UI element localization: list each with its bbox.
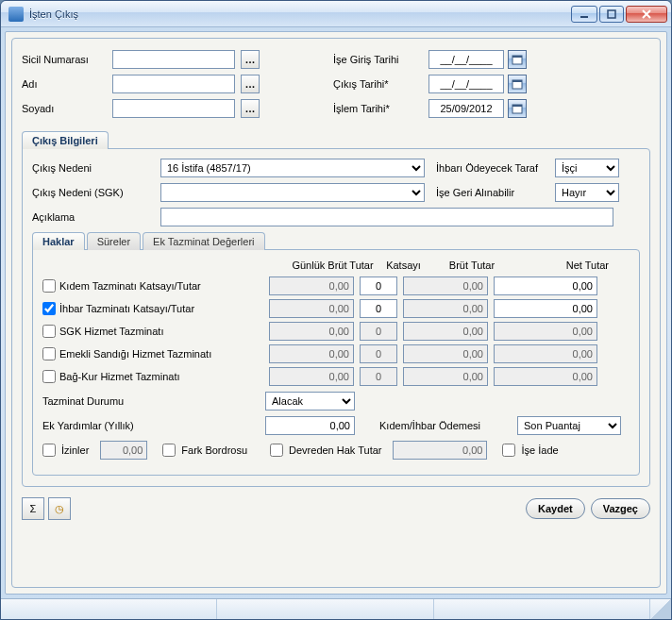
cikis-tarihi-date[interactable] bbox=[428, 75, 504, 93]
islem-tarihi-picker-button[interactable] bbox=[508, 99, 527, 118]
devreden-input[interactable] bbox=[393, 441, 487, 460]
soyadi-input[interactable] bbox=[112, 99, 235, 118]
net-input[interactable] bbox=[494, 344, 597, 363]
soyadi-lookup-button[interactable]: … bbox=[241, 99, 260, 118]
sigma-button[interactable]: Σ bbox=[22, 497, 44, 520]
main-panel: Sicil Numarası … Adı … Soyadı … bbox=[11, 38, 661, 588]
tab-sureler[interactable]: Süreler bbox=[87, 232, 141, 250]
cikis-nedeni-sgk-label: Çıkış Nedeni (SGK) bbox=[32, 187, 155, 198]
tazminat-row: Emekli Sandığı Hizmet Tazminatı bbox=[42, 344, 630, 363]
svg-rect-3 bbox=[512, 56, 522, 58]
timer-button[interactable]: ◷ bbox=[48, 497, 71, 520]
calendar-icon bbox=[512, 78, 523, 90]
gunluk-input[interactable] bbox=[269, 299, 354, 318]
status-bar bbox=[1, 598, 671, 619]
ise-iade-label: İşe İade bbox=[521, 444, 558, 456]
sigma-icon: Σ bbox=[30, 503, 37, 514]
ihbari-select[interactable]: İşçi bbox=[555, 159, 619, 177]
cikis-nedeni-label: Çıkış Nedeni bbox=[32, 162, 155, 174]
net-input[interactable] bbox=[494, 299, 597, 318]
izinler-input[interactable] bbox=[100, 441, 147, 460]
aciklama-label: Açıklama bbox=[32, 211, 155, 223]
row-label: İhbar Tazminatı Katsayı/Tutar bbox=[59, 303, 194, 314]
calendar-icon bbox=[512, 54, 523, 65]
katsayi-input[interactable] bbox=[360, 344, 397, 363]
izinler-label: İzinler bbox=[61, 444, 89, 456]
soyadi-label: Soyadı bbox=[22, 103, 107, 114]
cikis-nedeni-select[interactable]: 16 İstifa (4857/17) bbox=[160, 159, 425, 177]
row-label: Kıdem Tazminatı Katsayı/Tutar bbox=[59, 280, 201, 292]
net-input[interactable] bbox=[494, 367, 597, 386]
adi-input[interactable] bbox=[112, 75, 235, 93]
katsayi-input[interactable] bbox=[360, 322, 397, 341]
fark-bordrosu-label: Fark Bordrosu bbox=[181, 444, 247, 456]
ihbari-label: İhbarı Ödeyecek Taraf bbox=[436, 162, 549, 174]
aciklama-input[interactable] bbox=[160, 208, 613, 226]
brut-input[interactable] bbox=[403, 322, 488, 341]
tab-haklar-pane: Günlük Brüt Tutar Katsayı Brüt Tutar Net… bbox=[32, 249, 640, 476]
brut-input[interactable] bbox=[403, 299, 488, 318]
devreden-checkbox[interactable] bbox=[270, 444, 283, 457]
sicil-label: Sicil Numarası bbox=[22, 54, 107, 65]
ise-geri-label: İşe Geri Alınabilir bbox=[436, 187, 549, 198]
row-label: Emekli Sandığı Hizmet Tazminatı bbox=[59, 348, 211, 360]
tab-cikis-bilgileri-pane: Çıkış Nedeni 16 İstifa (4857/17) İhbarı … bbox=[22, 148, 650, 487]
row-checkbox[interactable] bbox=[42, 370, 56, 383]
tazminat-row: Kıdem Tazminatı Katsayı/Tutar bbox=[42, 276, 630, 295]
tazminat-row: Bağ-Kur Hizmet Tazminatı bbox=[42, 367, 630, 386]
ise-iade-checkbox[interactable] bbox=[502, 444, 515, 457]
fark-bordrosu-checkbox[interactable] bbox=[162, 444, 176, 457]
katsayi-input[interactable] bbox=[360, 367, 397, 386]
net-input[interactable] bbox=[494, 276, 597, 295]
tazminat-durumu-select[interactable]: Alacak bbox=[265, 392, 355, 411]
gunluk-input[interactable] bbox=[269, 322, 354, 341]
kaydet-button[interactable]: Kaydet bbox=[526, 498, 585, 519]
row-checkbox[interactable] bbox=[42, 347, 56, 360]
gunluk-input[interactable] bbox=[269, 344, 354, 363]
tab-cikis-bilgileri[interactable]: Çıkış Bilgileri bbox=[22, 131, 109, 149]
katsayi-input[interactable] bbox=[360, 276, 397, 295]
gunluk-input[interactable] bbox=[269, 276, 354, 295]
col-brut: Brüt Tutar bbox=[429, 260, 514, 271]
kidem-ihbar-select[interactable]: Son Puantaj bbox=[517, 416, 621, 435]
cikis-nedeni-sgk-select[interactable] bbox=[160, 183, 425, 202]
ek-yardim-label: Ek Yardımlar (Yıllık) bbox=[42, 420, 260, 431]
vazgec-button[interactable]: Vazgeç bbox=[591, 498, 650, 519]
svg-rect-0 bbox=[580, 16, 588, 18]
net-input[interactable] bbox=[494, 322, 597, 341]
close-button[interactable] bbox=[626, 6, 667, 23]
row-label: SGK Hizmet Tazminatı bbox=[59, 326, 163, 337]
ise-giris-picker-button[interactable] bbox=[508, 50, 527, 69]
brut-input[interactable] bbox=[403, 344, 488, 363]
col-gunluk: Günlük Brüt Tutar bbox=[288, 260, 378, 271]
tab-ek-tazminat[interactable]: Ek Tazminat Değerleri bbox=[143, 232, 264, 250]
row-checkbox[interactable] bbox=[42, 302, 56, 315]
ek-yardim-input[interactable] bbox=[265, 416, 355, 435]
minimize-button[interactable] bbox=[571, 6, 597, 23]
islem-tarihi-date[interactable] bbox=[428, 99, 504, 118]
gunluk-input[interactable] bbox=[269, 367, 354, 386]
katsayi-input[interactable] bbox=[360, 299, 397, 318]
tab-haklar[interactable]: Haklar bbox=[32, 232, 85, 250]
brut-input[interactable] bbox=[403, 276, 488, 295]
adi-lookup-button[interactable]: … bbox=[241, 75, 260, 93]
cikis-tarihi-picker-button[interactable] bbox=[508, 75, 527, 93]
brut-input[interactable] bbox=[403, 367, 488, 386]
sicil-input[interactable] bbox=[112, 50, 235, 69]
sicil-lookup-button[interactable]: … bbox=[241, 50, 260, 69]
col-katsayi: Katsayı bbox=[378, 260, 429, 271]
svg-rect-1 bbox=[608, 10, 615, 18]
cikis-tarihi-label: Çıkış Tarihi* bbox=[333, 78, 423, 90]
ise-giris-date[interactable] bbox=[428, 50, 504, 69]
timer-icon: ◷ bbox=[55, 503, 64, 515]
titlebar: İşten Çıkış bbox=[1, 1, 671, 27]
ise-geri-select[interactable]: Hayır bbox=[555, 183, 619, 202]
devreden-label: Devreden Hak Tutar bbox=[289, 444, 381, 456]
tazminat-row: İhbar Tazminatı Katsayı/Tutar bbox=[42, 299, 630, 318]
kidem-ihbar-label: Kıdem/İhbar Ödemesi bbox=[379, 420, 512, 431]
maximize-button[interactable] bbox=[599, 6, 624, 23]
svg-rect-7 bbox=[512, 105, 522, 107]
row-checkbox[interactable] bbox=[42, 279, 56, 293]
row-checkbox[interactable] bbox=[42, 325, 56, 338]
izinler-checkbox[interactable] bbox=[42, 444, 56, 457]
